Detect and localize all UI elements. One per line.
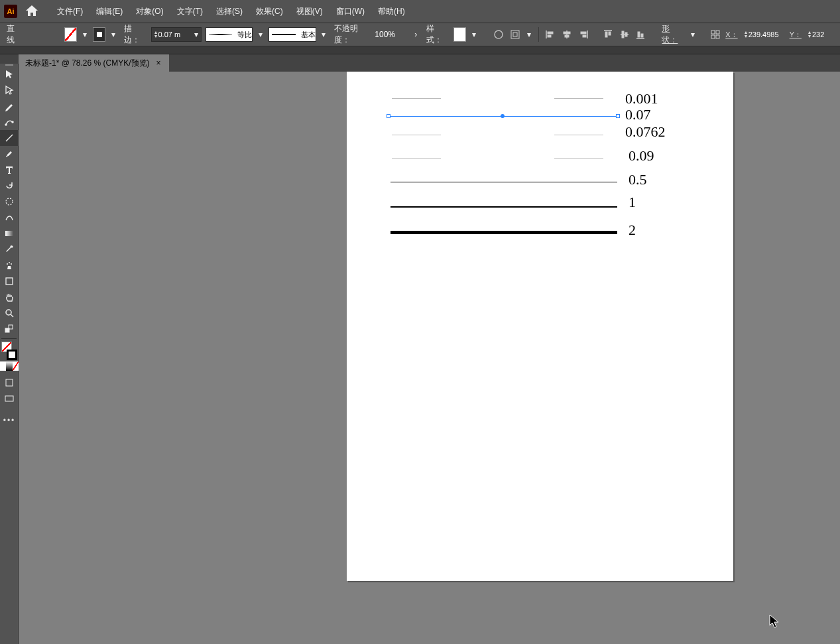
- shape-link[interactable]: 形状：: [659, 23, 685, 46]
- line-2[interactable]: [390, 231, 617, 234]
- menu-edit[interactable]: 编辑(E): [91, 3, 128, 20]
- svg-rect-20: [641, 34, 643, 37]
- menu-window[interactable]: 窗口(W): [331, 3, 370, 20]
- svg-rect-16: [622, 31, 624, 38]
- hand-tool-icon[interactable]: [0, 289, 19, 305]
- line-1[interactable]: [390, 206, 617, 208]
- line-label: 2: [629, 222, 636, 239]
- x-label: X：: [725, 30, 737, 40]
- stroke-indicator-icon[interactable]: [7, 350, 17, 360]
- home-icon[interactable]: [24, 3, 40, 19]
- menu-view[interactable]: 视图(V): [291, 3, 328, 20]
- fill-dropdown-icon[interactable]: ▾: [81, 30, 89, 39]
- width-profile-dropdown-icon[interactable]: ▾: [257, 30, 265, 39]
- direct-selection-tool-icon[interactable]: [0, 82, 19, 98]
- gradient-tool-icon[interactable]: [0, 225, 19, 241]
- y-stepper[interactable]: ▴▾: [806, 27, 836, 42]
- fill-swatch[interactable]: [64, 27, 77, 42]
- graphic-style-swatch[interactable]: [453, 27, 466, 42]
- width-profile-label: 等比: [237, 30, 252, 40]
- transform-icon[interactable]: [709, 27, 722, 42]
- svg-point-28: [6, 198, 13, 205]
- align-bottom-icon[interactable]: [634, 27, 647, 42]
- zoom-tool-icon[interactable]: [0, 305, 19, 321]
- ellipse-dashed-tool-icon[interactable]: [0, 194, 19, 210]
- toggle-fill-stroke-icon[interactable]: [0, 321, 19, 337]
- align-left-icon[interactable]: [544, 27, 557, 42]
- align-to-dropdown-icon[interactable]: ▾: [525, 30, 533, 39]
- align-top-icon[interactable]: [602, 27, 615, 42]
- draw-mode-icon[interactable]: [0, 375, 19, 391]
- paintbrush-tool-icon[interactable]: [0, 146, 19, 162]
- stroke-dropdown-icon[interactable]: ▾: [109, 30, 117, 39]
- document-tab-title: 未标题-1* @ 78.26 % (CMYK/预览): [25, 58, 150, 69]
- stroke-weight-input[interactable]: [158, 31, 193, 38]
- svg-rect-2: [513, 32, 517, 36]
- pen-tool-icon[interactable]: [0, 98, 19, 114]
- x-stepper[interactable]: ▴▾: [742, 27, 786, 42]
- edit-toolbar-icon[interactable]: •••: [0, 413, 19, 428]
- svg-rect-29: [5, 231, 13, 236]
- width-profile-preset[interactable]: 等比: [206, 27, 253, 42]
- brush-dropdown-icon[interactable]: ▾: [320, 30, 328, 39]
- menu-object[interactable]: 对象(O): [131, 3, 168, 20]
- opacity-arrow-icon[interactable]: ›: [412, 30, 420, 39]
- line-label: 1: [629, 194, 636, 211]
- line-0-5[interactable]: [390, 182, 617, 182]
- svg-line-27: [6, 135, 13, 141]
- screen-mode-icon[interactable]: [0, 391, 19, 407]
- svg-rect-10: [581, 32, 586, 34]
- svg-point-25: [5, 124, 7, 125]
- selection-center-icon[interactable]: [501, 114, 505, 118]
- rotate-tool-icon[interactable]: [0, 178, 19, 194]
- color-mode-strip[interactable]: [0, 361, 19, 371]
- color-mode-none-icon[interactable]: [13, 361, 19, 371]
- artboard[interactable]: 0.001 0.07 0.0762 0.09 0.5 1 2: [347, 72, 733, 581]
- canvas-area[interactable]: 0.001 0.07 0.0762 0.09 0.5 1 2: [19, 72, 840, 644]
- recolor-icon[interactable]: [493, 27, 505, 42]
- stroke-weight-stepper[interactable]: ▴▾ ▾: [151, 27, 202, 42]
- menu-file[interactable]: 文件(F): [52, 3, 88, 20]
- selection-tool-icon[interactable]: [0, 66, 19, 82]
- align-right-icon[interactable]: [577, 27, 589, 42]
- curvature-tool-icon[interactable]: [0, 114, 19, 130]
- svg-rect-22: [716, 31, 719, 34]
- eyedropper-tool-icon[interactable]: [0, 241, 19, 257]
- line-segment-tool-icon[interactable]: [0, 130, 19, 146]
- symbol-sprayer-tool-icon[interactable]: [0, 257, 19, 273]
- document-tab[interactable]: 未标题-1* @ 78.26 % (CMYK/预览) ×: [19, 54, 169, 72]
- selection-handle-right[interactable]: [616, 114, 620, 118]
- color-mode-solid-icon[interactable]: [0, 361, 6, 371]
- separator: [538, 27, 539, 42]
- artboard-tool-icon[interactable]: [0, 273, 19, 289]
- menu-select[interactable]: 选择(S): [211, 3, 248, 20]
- fill-stroke-indicator[interactable]: [0, 340, 19, 361]
- x-input[interactable]: [749, 31, 783, 38]
- svg-line-35: [11, 314, 13, 317]
- menu-effect[interactable]: 效果(C): [251, 3, 288, 20]
- align-to-artboard-icon[interactable]: [509, 27, 521, 42]
- align-vcenter-icon[interactable]: [618, 27, 630, 42]
- stroke-swatch[interactable]: [93, 27, 105, 42]
- color-mode-gradient-icon[interactable]: [6, 361, 12, 371]
- svg-rect-38: [6, 379, 13, 386]
- menu-type[interactable]: 文字(T): [172, 3, 208, 20]
- brush-preset[interactable]: 基本: [269, 27, 316, 42]
- opacity-input[interactable]: [375, 30, 408, 39]
- style-dropdown-icon[interactable]: ▾: [470, 30, 478, 39]
- selection-handle-left[interactable]: [387, 114, 390, 118]
- svg-point-31: [9, 262, 10, 263]
- svg-point-34: [6, 310, 11, 315]
- dock-strip: [0, 46, 840, 54]
- svg-rect-7: [564, 32, 570, 34]
- y-input[interactable]: [812, 31, 833, 38]
- menu-help[interactable]: 帮助(H): [373, 3, 410, 20]
- shape-dropdown-icon[interactable]: ▾: [689, 30, 697, 39]
- close-icon[interactable]: ×: [156, 58, 161, 68]
- width-tool-icon[interactable]: [0, 210, 19, 225]
- line-label: 0.001: [625, 90, 658, 107]
- type-tool-icon[interactable]: [0, 162, 19, 178]
- tool-separator: [1, 338, 17, 339]
- align-hcenter-icon[interactable]: [561, 27, 573, 42]
- svg-point-30: [7, 263, 8, 265]
